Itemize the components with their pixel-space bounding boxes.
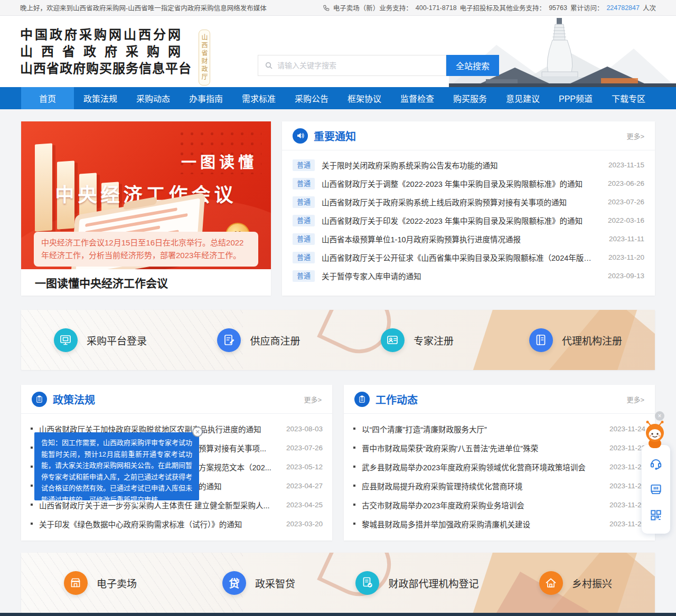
- clipboard-icon: [32, 392, 47, 407]
- rural-revitalization-link[interactable]: 乡村振兴: [496, 553, 655, 613]
- nav-item-需求标准[interactable]: 需求标准: [232, 87, 285, 109]
- news-item: 应县财政局提升政府采购管理持续优化营商环境2023-11-20: [353, 476, 645, 495]
- topbar: 晚上好，欢迎来到山西省政府采购网-山西省唯一指定省内政府采购信息网络发布媒体 电…: [0, 0, 676, 16]
- notice-date: 2023-07-26: [608, 198, 644, 206]
- nav-item-框架协议[interactable]: 框架协议: [338, 87, 391, 109]
- nav-item-采购动态[interactable]: 采购动态: [127, 87, 180, 109]
- notice-date: 2023-09-13: [608, 272, 644, 280]
- notice-date: 2023-06-26: [608, 179, 644, 187]
- notice-title-link[interactable]: 山西省财政厅关于印发《2022-2023 年集中采购目录及采购限额标准》的通知: [322, 215, 598, 226]
- notice-title-link[interactable]: 关于暂停专家入库申请的通知: [322, 270, 598, 281]
- platform-login-link[interactable]: 采购平台登录: [21, 310, 180, 370]
- news-title: 工作动态: [375, 392, 626, 407]
- nav-item-下载专区[interactable]: 下载专区: [602, 87, 655, 109]
- notice-badge: 普通: [293, 196, 315, 208]
- welcome-text: 晚上好，欢迎来到山西省政府采购网-山西省唯一指定省内政府采购信息网络发布媒体: [20, 3, 267, 13]
- mof-agency-register-label: 财政部代理机构登记: [388, 576, 478, 590]
- notice-row: 普通山西省本级预算单位1-10月政府采购预算执行进度情况通报2023-11-11: [293, 230, 644, 248]
- policy-item-title-link[interactable]: 关于印发《绿色数据中心政府采购需求标准（试行）》的通知: [39, 518, 277, 529]
- phone-icon: [323, 4, 330, 12]
- bullet-icon: [353, 447, 355, 449]
- notice-date: 2023-11-11: [609, 235, 644, 243]
- bullet-icon: [31, 485, 33, 487]
- floating-close-icon[interactable]: ×: [655, 411, 664, 421]
- footer-strip: [0, 613, 676, 616]
- e-mall-icon: [64, 571, 88, 595]
- nav-item-PPP频道[interactable]: PPP频道: [549, 87, 602, 109]
- notice-row: 普通山西省财政厅关于政府采购系统上线后政府采购预算对接有关事项的通知2023-0…: [293, 193, 644, 211]
- news-item-title-link[interactable]: 应县财政局提升政府采购管理持续优化营商环境: [362, 480, 600, 491]
- policy-item-date: 2023-08-03: [286, 425, 323, 433]
- supplier-register-label: 供应商注册: [250, 333, 300, 347]
- carousel-caption[interactable]: 一图读懂中央经济工作会议: [21, 269, 271, 296]
- notice-badge: 普通: [293, 233, 315, 245]
- nav-item-监督检查[interactable]: 监督检查: [391, 87, 444, 109]
- notice-title-link[interactable]: 山西省财政厅关于调整《2022-2023 年集中采购目录及采购限额标准》的通知: [322, 178, 598, 189]
- visits-suffix: 人次: [643, 3, 656, 13]
- supplier-register-link[interactable]: 供应商注册: [180, 310, 338, 370]
- nav-item-首页[interactable]: 首页: [21, 87, 74, 109]
- customer-service-icon[interactable]: [649, 456, 663, 471]
- news-item: 以“四个清廉”打造“清廉财政服务大厅”2023-11-24: [353, 419, 645, 438]
- notice-row: 普通关于限时关闭政府采购系统采购公告发布功能的通知2023-11-15: [293, 156, 644, 174]
- nav-item-政策法规[interactable]: 政策法规: [74, 87, 127, 109]
- qrcode-icon[interactable]: [649, 508, 663, 523]
- nav-item-意见建议[interactable]: 意见建议: [496, 87, 549, 109]
- news-item-date: 2023-11-20: [609, 520, 645, 528]
- floating-toolbar: [642, 445, 670, 534]
- news-item: 晋中市财政局荣获“政府采购'八五普法'先进单位”殊荣2023-11-22: [353, 438, 645, 457]
- notice-title-link[interactable]: 关于限时关闭政府采购系统采购公告发布功能的通知: [322, 159, 599, 170]
- notice-title-link[interactable]: 山西省财政厅关于政府采购系统上线后政府采购预算对接有关事项的通知: [322, 196, 598, 207]
- popup-close-icon[interactable]: ×: [192, 427, 203, 437]
- e-mall-link[interactable]: 电子卖场: [21, 553, 180, 613]
- expert-register-link[interactable]: 专家注册: [338, 310, 496, 370]
- news-panel: 工作动态 更多> 以“四个清廉”打造“清廉财政服务大厅”2023-11-24晋中…: [344, 385, 655, 541]
- quick-links-banner: 采购平台登录供应商注册专家注册代理机构注册: [21, 310, 655, 370]
- bullet-icon: [353, 485, 355, 487]
- supplier-register-icon: [217, 328, 241, 352]
- site-logo: 中国政府采购网山西分网 山西省政府采购网 山西省政府购买服务信息平台: [20, 26, 198, 77]
- notice-badge: 普通: [293, 215, 315, 226]
- notice-title-link[interactable]: 山西省财政厅关于公开征求《山西省集中采购目录及采购限额标准（2024年版） ..…: [322, 252, 599, 263]
- support2-value: 95763: [549, 4, 567, 12]
- policy-item-date: 2023-04-25: [286, 501, 323, 509]
- nav-item-采购公告[interactable]: 采购公告: [285, 87, 338, 109]
- announcement-popup: 告知：因工作需要，山西政府采购评审专家考试功能暂时关闭，预计12月底前重新开通专…: [34, 432, 199, 500]
- policy-more-link[interactable]: 更多>: [304, 394, 322, 404]
- visits-count: 224782847: [606, 4, 640, 12]
- policy-item: 关于印发《绿色数据中心政府采购需求标准（试行）》的通知2023-03-20: [31, 514, 323, 533]
- expert-register-label: 专家注册: [414, 333, 454, 347]
- bullet-icon: [31, 428, 33, 430]
- mascot-avatar[interactable]: [641, 421, 669, 450]
- notice-date: 2023-11-20: [608, 253, 644, 261]
- notices-more-link[interactable]: 更多>: [626, 131, 644, 141]
- nav-item-购买服务[interactable]: 购买服务: [444, 87, 496, 109]
- bullet-icon: [353, 504, 355, 506]
- notice-badge: 普通: [293, 270, 315, 282]
- support1-value: 400-171-8718: [416, 4, 457, 12]
- nav-item-办事指南[interactable]: 办事指南: [180, 87, 232, 109]
- search-button[interactable]: 全站搜索: [446, 55, 499, 76]
- hero-tagline: 一图读懂: [181, 150, 257, 172]
- notices-title: 重要通知: [314, 128, 626, 144]
- rural-revitalization-icon: [539, 571, 563, 595]
- news-item-title-link[interactable]: 武乡县财政局举办2023年度政府采购领域优化营商环境政策培训会: [362, 461, 600, 472]
- agency-register-label: 代理机构注册: [562, 333, 622, 347]
- manual-icon[interactable]: [649, 482, 663, 497]
- news-item-title-link[interactable]: 黎城县财政局多措并举加强政府采购清廉机关建设: [362, 518, 600, 529]
- smart-loan-link[interactable]: 贷政采智贷: [180, 553, 338, 613]
- news-item-title-link[interactable]: 古交市财政局举办2023年度政府采购业务培训会: [362, 499, 600, 510]
- notice-title-link[interactable]: 山西省本级预算单位1-10月政府采购预算执行进度情况通报: [322, 233, 599, 244]
- search-input[interactable]: [277, 61, 439, 70]
- logo-line-1: 中国政府采购网山西分网: [20, 26, 198, 43]
- carousel-card[interactable]: 一图读懂 中央经济工作会议 ¥ ¥ 中央经济工作会议12月15日至16日在北京举…: [21, 121, 271, 296]
- news-item-date: 2023-11-22: [609, 463, 645, 471]
- news-more-link[interactable]: 更多>: [626, 394, 644, 404]
- agency-register-link[interactable]: 代理机构注册: [496, 310, 655, 370]
- news-item-title-link[interactable]: 以“四个清廉”打造“清廉财政服务大厅”: [362, 423, 600, 434]
- hero-banner[interactable]: 一图读懂 中央经济工作会议 ¥ ¥ 中央经济工作会议12月15日至16日在北京举…: [21, 121, 271, 269]
- news-item-title-link[interactable]: 晋中市财政局荣获“政府采购'八五普法'先进单位”殊荣: [362, 442, 600, 453]
- mof-agency-register-link[interactable]: 财政部代理机构登记: [338, 553, 496, 613]
- search-icon: [265, 61, 273, 70]
- hero-summary: 中央经济工作会议12月15日至16日在北京举行。总结2022年经济工作，分析当前…: [34, 232, 258, 267]
